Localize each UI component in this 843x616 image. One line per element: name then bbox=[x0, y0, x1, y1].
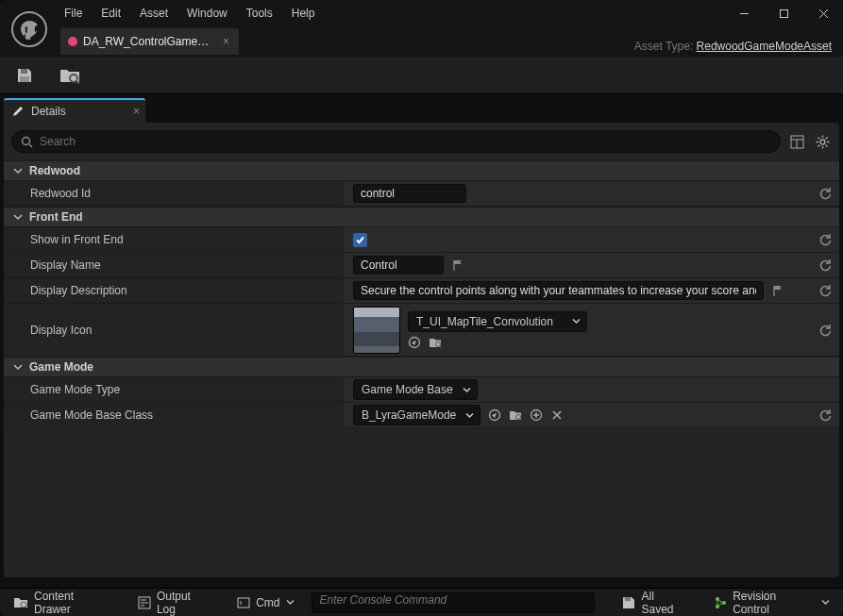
svg-line-20 bbox=[825, 137, 827, 139]
asset-tab-label: DA_RW_ControlGameM… bbox=[83, 35, 215, 48]
unreal-logo bbox=[11, 11, 47, 47]
revision-control-button[interactable]: Revision Control bbox=[706, 586, 837, 617]
svg-rect-40 bbox=[625, 597, 631, 601]
window-maximize-button[interactable] bbox=[764, 0, 803, 26]
new-class-button[interactable] bbox=[530, 408, 543, 422]
search-icon bbox=[21, 136, 33, 148]
svg-rect-4 bbox=[21, 69, 27, 74]
reset-display-icon-button[interactable] bbox=[818, 324, 832, 337]
console-command-input[interactable] bbox=[312, 592, 595, 613]
game-mode-type-dropdown[interactable]: Game Mode Base bbox=[353, 379, 478, 400]
menu-edit[interactable]: Edit bbox=[92, 3, 130, 24]
menu-file[interactable]: File bbox=[55, 3, 92, 24]
chevron-down-icon bbox=[13, 362, 23, 372]
reset-display-desc-button[interactable] bbox=[818, 284, 832, 297]
svg-line-21 bbox=[818, 144, 819, 146]
use-selected-class-button[interactable] bbox=[488, 408, 501, 422]
menu-window[interactable]: Window bbox=[177, 3, 237, 24]
reset-base-class-button[interactable] bbox=[818, 408, 832, 422]
source-control-icon bbox=[714, 596, 727, 609]
browse-asset-button[interactable] bbox=[429, 336, 442, 349]
chevron-down-icon bbox=[13, 166, 23, 175]
category-game-mode[interactable]: Game Mode bbox=[4, 357, 839, 377]
asset-tab[interactable]: DA_RW_ControlGameM… × bbox=[60, 28, 239, 55]
reset-show-button[interactable] bbox=[818, 233, 832, 246]
browse-class-button[interactable] bbox=[509, 408, 522, 422]
save-button[interactable] bbox=[6, 59, 43, 92]
settings-gear-button[interactable] bbox=[813, 132, 832, 151]
prop-game-mode-base-class: Game Mode Base Class B_LyraGameMode bbox=[4, 403, 839, 428]
details-search[interactable] bbox=[11, 130, 781, 153]
prop-show-in-front-end: Show in Front End bbox=[4, 227, 839, 253]
chevron-down-icon bbox=[572, 317, 581, 325]
terminal-icon bbox=[237, 596, 250, 609]
details-panel-title: Details bbox=[31, 105, 66, 118]
status-bar: Content Drawer Output Log Cmd All Saved … bbox=[0, 588, 843, 616]
svg-point-13 bbox=[820, 140, 825, 144]
svg-point-42 bbox=[716, 604, 719, 608]
window-minimize-button[interactable] bbox=[724, 0, 764, 26]
menu-bar: File Edit Asset Window Tools Help bbox=[0, 0, 843, 26]
asset-tab-close-button[interactable]: × bbox=[221, 35, 231, 48]
output-log-button[interactable]: Output Log bbox=[130, 586, 220, 617]
prop-display-description: Display Description bbox=[4, 278, 839, 304]
svg-line-24 bbox=[440, 346, 442, 348]
svg-rect-5 bbox=[20, 76, 29, 82]
redwood-id-input[interactable] bbox=[353, 184, 466, 203]
svg-line-9 bbox=[29, 144, 32, 147]
toolbar bbox=[0, 57, 843, 94]
svg-rect-1 bbox=[780, 9, 787, 17]
display-icon-asset-picker[interactable]: T_UI_MapTile_Convolution bbox=[408, 311, 587, 332]
save-all-icon bbox=[621, 596, 636, 609]
display-description-input[interactable] bbox=[353, 281, 764, 300]
folder-icon bbox=[13, 596, 28, 609]
chevron-down-icon bbox=[465, 411, 474, 420]
show-in-front-end-checkbox[interactable] bbox=[353, 233, 367, 247]
chevron-down-icon bbox=[463, 386, 471, 394]
localize-flag-icon[interactable] bbox=[771, 284, 784, 297]
chevron-down-icon bbox=[286, 598, 295, 607]
data-asset-icon bbox=[68, 37, 77, 46]
svg-point-41 bbox=[716, 597, 719, 601]
pencil-icon bbox=[11, 105, 25, 118]
reset-redwood-id-button[interactable] bbox=[818, 187, 832, 200]
asset-type-label: Asset Type: RedwoodGameModeAsset bbox=[634, 40, 832, 53]
asset-type-link[interactable]: RedwoodGameModeAsset bbox=[697, 40, 832, 53]
display-icon-thumbnail[interactable] bbox=[353, 307, 400, 354]
game-mode-base-class-dropdown[interactable]: B_LyraGameMode bbox=[353, 405, 481, 425]
svg-line-27 bbox=[520, 419, 522, 421]
menu-tools[interactable]: Tools bbox=[237, 3, 282, 24]
details-search-input[interactable] bbox=[40, 135, 771, 148]
output-log-icon bbox=[138, 596, 151, 609]
prop-redwood-id: Redwood Id bbox=[4, 181, 839, 207]
clear-class-button[interactable] bbox=[550, 408, 564, 422]
menu-asset[interactable]: Asset bbox=[130, 3, 177, 24]
reset-display-name-button[interactable] bbox=[818, 258, 832, 272]
prop-game-mode-type: Game Mode Type Game Mode Base bbox=[4, 377, 839, 403]
cmd-dropdown[interactable]: Cmd bbox=[229, 592, 301, 613]
category-front-end[interactable]: Front End bbox=[4, 207, 839, 227]
details-panel-close-button[interactable]: × bbox=[133, 105, 140, 118]
window-close-button[interactable] bbox=[803, 0, 843, 26]
content-drawer-button[interactable]: Content Drawer bbox=[6, 586, 121, 617]
property-matrix-button[interactable] bbox=[787, 132, 806, 151]
tab-bar: DA_RW_ControlGameM… × Asset Type: Redwoo… bbox=[0, 26, 843, 57]
svg-point-43 bbox=[722, 601, 726, 605]
menu-help[interactable]: Help bbox=[282, 3, 325, 24]
category-redwood[interactable]: Redwood bbox=[4, 160, 839, 181]
svg-rect-39 bbox=[238, 598, 249, 608]
display-name-input[interactable] bbox=[353, 256, 444, 275]
svg-line-19 bbox=[825, 144, 827, 146]
use-selected-asset-button[interactable] bbox=[408, 336, 421, 349]
prop-display-icon: Display Icon T_UI_MapTile_Convolution bbox=[4, 304, 839, 357]
prop-display-name: Display Name bbox=[4, 253, 839, 278]
chevron-down-icon bbox=[821, 598, 830, 607]
chevron-down-icon bbox=[13, 212, 23, 222]
svg-point-8 bbox=[23, 137, 30, 144]
all-saved-button[interactable]: All Saved bbox=[614, 586, 698, 617]
browse-to-asset-button[interactable] bbox=[51, 59, 89, 92]
localize-flag-icon[interactable] bbox=[451, 258, 464, 272]
svg-line-18 bbox=[818, 137, 819, 139]
details-panel-tab[interactable]: Details × bbox=[4, 98, 145, 123]
